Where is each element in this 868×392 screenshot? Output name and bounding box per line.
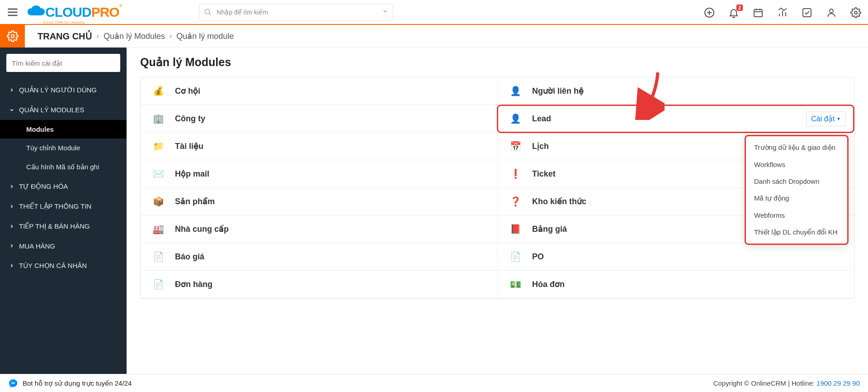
search-placeholder-text: Nhập để tìm kiếm xyxy=(217,9,268,16)
module-label: Báo giá xyxy=(175,252,204,262)
module-cell[interactable]: 📦Sản phẩm xyxy=(141,188,497,215)
module-icon: 📕 xyxy=(509,224,521,234)
add-button[interactable] xyxy=(704,7,715,18)
sidebar-item-label: QUẢN LÝ MODULES xyxy=(19,106,84,114)
calendar-button[interactable] xyxy=(753,7,764,18)
svg-point-16 xyxy=(830,9,833,13)
module-cell[interactable]: 📄PO xyxy=(497,243,854,271)
sidebar-subitem[interactable]: Modules xyxy=(0,120,127,139)
chevron-right-icon xyxy=(9,262,14,270)
module-icon: ❓ xyxy=(509,196,521,207)
module-label: Kho kiến thức xyxy=(532,196,586,206)
logo-subtitle: Cloud CRM by Industry xyxy=(43,21,85,24)
dropdown-item[interactable]: Webforms xyxy=(746,207,847,224)
footer-hotline-label: Hotline: xyxy=(792,379,815,387)
module-icon: 📄 xyxy=(152,251,164,262)
footer-copyright: Copyright © OnlineCRM xyxy=(713,379,786,387)
dropdown-item[interactable]: Mã tự động xyxy=(746,190,847,207)
module-settings-button[interactable]: Cài đặt ▼ xyxy=(806,111,846,126)
module-label: Lịch xyxy=(532,141,549,151)
gear-icon xyxy=(850,7,861,18)
module-label: Hóa đơn xyxy=(532,279,565,289)
hamburger-icon xyxy=(6,6,19,19)
module-icon: 📄 xyxy=(152,279,164,290)
module-label: PO xyxy=(532,252,544,262)
breadcrumb-row: TRANG CHỦ › Quản lý Modules › Quản lý mo… xyxy=(0,25,868,48)
breadcrumb-level1[interactable]: Quản lý Modules xyxy=(104,31,165,41)
module-cell[interactable]: ✉️Hộp mail xyxy=(141,160,497,188)
module-label: Ticket xyxy=(532,169,556,179)
sidebar-item[interactable]: QUẢN LÝ NGƯỜI DÙNG xyxy=(0,80,127,100)
module-cell[interactable]: 📁Tài liệu xyxy=(141,133,497,160)
breadcrumb-sep: › xyxy=(97,32,99,40)
sidebar-item[interactable]: THIẾT LẬP THÔNG TIN xyxy=(0,196,127,216)
module-label: Đơn hàng xyxy=(175,279,212,289)
sidebar-item-label: MUA HÀNG xyxy=(19,242,55,250)
search-icon xyxy=(204,8,212,16)
module-cell[interactable]: 💵Hóa đơn xyxy=(497,271,854,298)
profile-button[interactable] xyxy=(826,7,837,18)
module-cell[interactable]: 👤Người liên hệ xyxy=(497,77,854,105)
search-dropdown-caret[interactable] xyxy=(382,8,388,16)
calendar-icon xyxy=(753,7,764,18)
svg-rect-8 xyxy=(754,10,762,17)
chart-icon xyxy=(777,7,788,18)
module-cell[interactable]: 🏭Nhà cung cấp xyxy=(141,215,497,243)
topbar: CLOUDPRO® Cloud CRM by Industry Nhập để … xyxy=(0,0,868,25)
logo-text-pro: PRO xyxy=(91,5,119,20)
module-icon: 🏢 xyxy=(152,113,164,124)
breadcrumb-home[interactable]: TRANG CHỦ xyxy=(38,31,92,42)
sidebar-search-wrap xyxy=(6,54,120,72)
global-search[interactable]: Nhập để tìm kiếm xyxy=(199,4,393,21)
chevron-right-icon xyxy=(9,183,14,191)
svg-line-4 xyxy=(209,13,211,15)
footer-right: Copyright © OnlineCRM | Hotline: 1900 29… xyxy=(713,379,860,387)
module-icon: ❗ xyxy=(509,168,521,179)
sidebar-subitem[interactable]: Tùy chỉnh Module xyxy=(0,139,127,158)
module-settings-dropdown: Trường dữ liệu & giao diệnWorkflowsDanh … xyxy=(745,135,849,245)
module-label: Hộp mail xyxy=(175,169,209,179)
sidebar-item-label: TỰ ĐỘNG HÓA xyxy=(19,182,68,191)
messenger-icon[interactable] xyxy=(8,378,18,388)
module-cell[interactable]: 💰Cơ hội xyxy=(141,77,497,105)
dropdown-item[interactable]: Workflows xyxy=(746,156,847,173)
dropdown-item[interactable]: Danh sách Dropdown xyxy=(746,173,847,190)
breadcrumb-level2: Quản lý module xyxy=(176,31,234,41)
module-cell[interactable]: 📄Đơn hàng xyxy=(141,271,497,298)
gear-icon xyxy=(7,30,19,42)
notifications-button[interactable]: 2 xyxy=(728,7,739,18)
sidebar-search-input[interactable] xyxy=(6,54,120,72)
sidebar-subitem[interactable]: Cấu hình Mã số bản ghi xyxy=(0,158,127,177)
module-cell[interactable]: 🏢Công ty xyxy=(141,105,497,133)
module-label: Lead xyxy=(532,114,551,124)
module-icon: 💵 xyxy=(509,279,521,290)
module-icon: 💰 xyxy=(152,86,164,96)
sidebar-item[interactable]: TÙY CHỌN CÁ NHÂN xyxy=(0,256,127,276)
module-label: Người liên hệ xyxy=(532,86,584,96)
settings-label: Cài đặt xyxy=(811,115,835,123)
sidebar-item[interactable]: MUA HÀNG xyxy=(0,236,127,256)
svg-point-18 xyxy=(11,34,14,38)
dropdown-item[interactable]: Trường dữ liệu & giao diện xyxy=(746,139,847,156)
settings-button[interactable] xyxy=(850,7,861,18)
analytics-button[interactable] xyxy=(777,7,788,18)
caret-down-icon: ▼ xyxy=(836,116,841,121)
chevron-right-icon xyxy=(9,203,14,210)
module-icon: 📦 xyxy=(152,196,164,207)
module-icon: 📁 xyxy=(152,141,164,152)
settings-gear-box[interactable] xyxy=(0,25,25,48)
footer-hotline-link[interactable]: 1900 29 29 90 xyxy=(816,379,860,387)
footer-bot-text: Bot hỗ trợ sử dụng trực tuyến 24/24 xyxy=(23,379,132,387)
sidebar-item[interactable]: TIẾP THỊ & BÁN HÀNG xyxy=(0,216,127,236)
module-icon: 📄 xyxy=(509,251,521,262)
plus-circle-icon xyxy=(704,7,715,18)
sidebar-item[interactable]: TỰ ĐỘNG HÓA xyxy=(0,177,127,196)
tasks-button[interactable] xyxy=(802,7,812,18)
module-cell[interactable]: 👤LeadCài đặt ▼Trường dữ liệu & giao diện… xyxy=(497,105,854,133)
menu-toggle[interactable] xyxy=(0,0,25,24)
sidebar-item[interactable]: QUẢN LÝ MODULES xyxy=(0,100,127,120)
logo[interactable]: CLOUDPRO® Cloud CRM by Industry xyxy=(27,3,122,21)
dropdown-item[interactable]: Thiết lập DL chuyển đổi KH xyxy=(746,224,847,241)
chevron-right-icon xyxy=(9,86,14,94)
module-cell[interactable]: 📄Báo giá xyxy=(141,243,497,271)
